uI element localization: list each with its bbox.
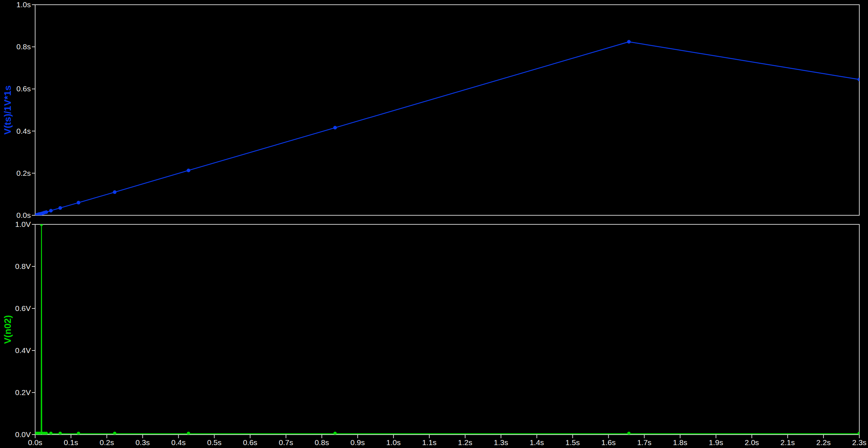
x-tick-label: 0.3s	[135, 438, 150, 447]
waveform-viewer: 0.0s0.2s0.4s0.6s0.8s1.0sV(ts)/1V*1s0.0V0…	[0, 0, 868, 448]
pane-top: 0.0s0.2s0.4s0.6s0.8s1.0sV(ts)/1V*1s	[2, 0, 861, 219]
x-tick-label: 2.1s	[780, 438, 795, 447]
x-tick-label: 1.1s	[422, 438, 437, 447]
trace-top-marker	[45, 210, 48, 214]
y-tick-label: 0.6V	[15, 304, 31, 312]
plot-canvas: 0.0s0.2s0.4s0.6s0.8s1.0sV(ts)/1V*1s0.0V0…	[0, 0, 868, 448]
x-tick-label: 0.5s	[207, 438, 222, 447]
x-tick-label: 0.2s	[100, 438, 114, 447]
x-tick-label: 1.5s	[566, 438, 580, 447]
y-tick-label: 1.0s	[16, 0, 31, 9]
trace-bottom-marker	[113, 432, 116, 435]
trace-top-marker	[49, 209, 53, 212]
trace-bottom-marker	[49, 432, 53, 435]
y-tick-label: 0.8s	[16, 42, 31, 51]
x-tick-label: 1.3s	[494, 438, 508, 447]
x-tick-label: 1.2s	[458, 438, 472, 447]
y-tick-label: 0.6s	[16, 84, 31, 93]
trace-bottom-marker	[59, 432, 62, 435]
x-tick-label: 2.2s	[816, 438, 831, 447]
trace-bottom-marker	[77, 432, 80, 435]
trace-bottom-marker	[627, 432, 631, 435]
x-tick-label: 1.4s	[530, 438, 544, 447]
trace-bottom-marker	[333, 432, 337, 435]
x-tick-label: 0.7s	[279, 438, 293, 447]
trace-top-marker	[627, 40, 631, 43]
trace-top-marker	[58, 206, 62, 210]
y-tick-label: 0.0V	[15, 430, 31, 439]
y-tick-label: 0.4V	[15, 346, 31, 354]
x-tick-label: 1.7s	[637, 438, 652, 447]
x-tick-label: 2.0s	[744, 438, 759, 447]
x-tick-label: 1.9s	[709, 438, 723, 447]
y-tick-label: 1.0V	[15, 220, 31, 228]
x-tick-label: 0.8s	[314, 438, 329, 447]
pane-bottom-plot-area[interactable]	[35, 224, 859, 435]
y-axis-trace-label-top: V(ts)/1V*1s	[2, 86, 13, 135]
x-tick-label: 2.3s	[852, 438, 867, 447]
trace-bottom-marker	[38, 432, 41, 435]
y-tick-label: 0.8V	[15, 262, 31, 270]
x-tick-label: 0.1s	[64, 438, 78, 447]
trace-top-marker	[333, 126, 337, 129]
trace-top-marker	[187, 169, 190, 172]
trace-top-marker	[113, 190, 117, 194]
x-tick-label: 0.9s	[350, 438, 365, 447]
y-axis-trace-label-bottom: V(n02)	[2, 315, 13, 344]
x-tick-label: 0.6s	[243, 438, 258, 447]
pane-top-plot-area[interactable]	[35, 5, 859, 215]
x-tick-label: 0.0s	[28, 438, 42, 447]
x-tick-label: 1.0s	[386, 438, 401, 447]
trace-bottom-marker	[45, 432, 48, 435]
x-tick-label: 1.8s	[673, 438, 688, 447]
x-tick-label: 0.4s	[171, 438, 186, 447]
y-tick-label: 0.4s	[16, 127, 31, 135]
trace-bottom-marker	[187, 432, 190, 435]
x-tick-label: 1.6s	[601, 438, 616, 447]
pane-bottom: 0.0V0.2V0.4V0.6V0.8V1.0VV(n02)	[2, 220, 861, 439]
y-tick-label: 0.2V	[15, 388, 31, 397]
trace-top-marker	[77, 201, 80, 204]
y-tick-label: 0.0s	[16, 211, 31, 219]
y-tick-label: 0.2s	[16, 169, 31, 177]
